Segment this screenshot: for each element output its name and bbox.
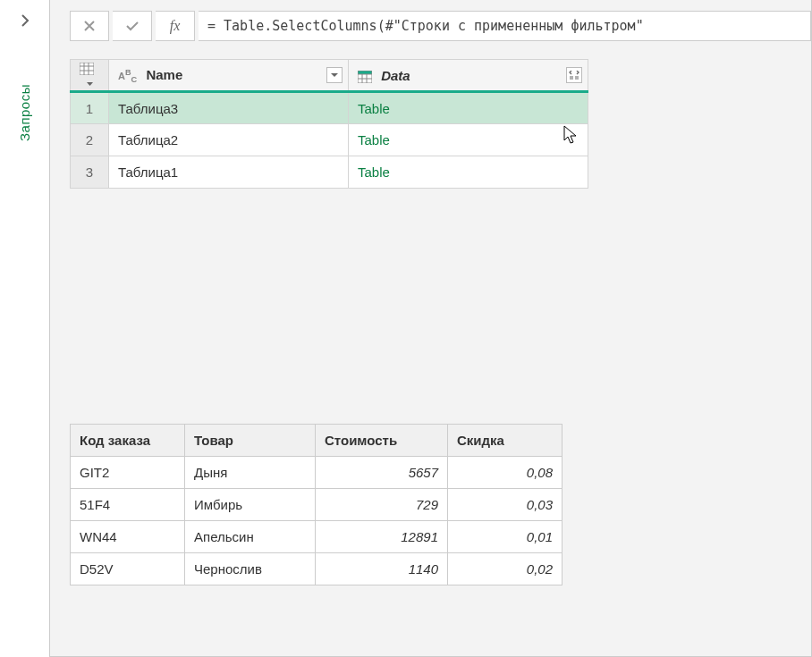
svg-rect-6 [358,71,372,74]
preview-table: Код заказа Товар Стоимость Скидка GIT2 Д… [70,424,562,585]
chevron-right-icon [20,13,30,28]
expand-icon [569,71,579,80]
cell-skidka: 0,08 [448,457,562,489]
preview-header-stoimost[interactable]: Стоимость [316,425,448,457]
preview-header-skidka[interactable]: Скидка [448,425,562,457]
cell-data[interactable]: Table [349,92,588,124]
cell-stoimost: 5657 [316,457,448,489]
cell-name[interactable]: Таблица3 [109,92,349,124]
cell-stoimost: 12891 [316,521,448,553]
formula-bar: fx = Table.SelectColumns(#"Строки с прим… [50,0,811,41]
column-header-data[interactable]: Data [349,60,588,92]
check-icon [125,20,140,32]
column-header-name[interactable]: ABC Name [109,60,349,92]
cell-kod: GIT2 [71,457,185,489]
cell-tovar: Дыня [185,457,316,489]
queries-pane-label: Запросы [17,84,32,141]
cell-tovar: Чернослив [185,553,316,585]
preview-table-body: GIT2 Дыня 5657 0,08 51F4 Имбирь 729 0,03… [71,457,562,585]
table-row[interactable]: 2 Таблица2 Table [71,124,588,156]
formula-text: = Table.SelectColumns(#"Строки с примене… [207,18,644,34]
preview-panel: Код заказа Товар Стоимость Скидка GIT2 Д… [70,424,562,585]
confirm-formula-button[interactable] [113,11,152,41]
row-index[interactable]: 3 [71,156,109,189]
table-row[interactable]: D52V Чернослив 1140 0,02 [71,553,562,585]
cell-skidka: 0,03 [448,489,562,521]
text-type-icon: ABC [118,68,137,84]
cell-data[interactable]: Table [349,156,588,189]
queries-pane-collapsed: Запросы [0,0,50,657]
table-row[interactable]: 51F4 Имбирь 729 0,03 [71,489,562,521]
table-row[interactable]: 3 Таблица1 Table [71,156,588,189]
fx-icon: fx [170,18,181,34]
table-row[interactable]: 1 Таблица3 Table [71,92,588,124]
table-row[interactable]: WN44 Апельсин 12891 0,01 [71,521,562,553]
cell-stoimost: 729 [316,489,448,521]
column-filter-button[interactable] [326,67,343,83]
chevron-down-icon [87,82,93,87]
cell-name[interactable]: Таблица1 [109,156,349,189]
chevron-down-icon [331,73,338,78]
table-row[interactable]: GIT2 Дыня 5657 0,08 [71,457,562,489]
cell-name[interactable]: Таблица2 [109,124,349,156]
table-type-icon [358,71,372,83]
column-expand-button[interactable] [566,67,582,83]
fx-button[interactable]: fx [156,11,195,41]
cell-stoimost: 1140 [316,553,448,585]
cell-tovar: Имбирь [185,489,316,521]
result-table: ABC Name Data [70,59,588,189]
main-area: fx = Table.SelectColumns(#"Строки с прим… [50,0,812,657]
row-index[interactable]: 1 [71,92,109,124]
cell-kod: WN44 [71,521,185,553]
cell-skidka: 0,01 [448,521,562,553]
svg-rect-0 [80,63,94,75]
column-name-label: Name [146,67,182,82]
column-data-label: Data [381,68,410,83]
table-icon [80,63,94,75]
cell-kod: D52V [71,553,185,585]
close-icon [83,20,96,32]
select-all-corner[interactable] [71,60,109,92]
cell-data[interactable]: Table [349,124,588,156]
cell-kod: 51F4 [71,489,185,521]
cancel-formula-button[interactable] [70,11,109,41]
preview-header-tovar[interactable]: Товар [185,425,316,457]
cell-skidka: 0,02 [448,553,562,585]
preview-header-kod[interactable]: Код заказа [71,425,185,457]
cell-tovar: Апельсин [185,521,316,553]
row-index[interactable]: 2 [71,124,109,156]
expand-queries-pane-button[interactable] [0,0,49,41]
result-table-body: 1 Таблица3 Table 2 Таблица2 Table 3 Табл… [71,92,588,189]
formula-input[interactable]: = Table.SelectColumns(#"Строки с примене… [199,11,811,41]
